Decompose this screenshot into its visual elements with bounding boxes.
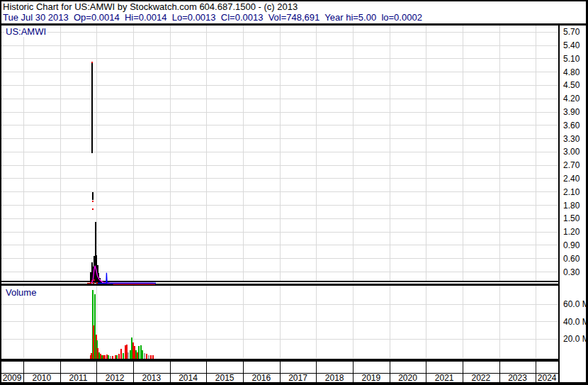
price-axis-label: 3.30: [563, 134, 579, 144]
year-tick-divider: [23, 362, 24, 373]
year-tick-divider: [316, 362, 317, 373]
year-tick-divider: [353, 362, 354, 373]
price-axis-label: 5.40: [563, 40, 579, 50]
price-axis-label: 2.40: [563, 174, 579, 184]
price-axis-label: 0.30: [563, 267, 579, 277]
price-volume-separator-thin: [0, 281, 560, 282]
year-gridline-volume: [206, 286, 207, 358]
year-label: 2022: [463, 374, 499, 382]
volume-bar: [146, 354, 147, 359]
year-gridline-main: [60, 26, 61, 281]
price-axis-label: 3.90: [563, 107, 579, 117]
year-gridline-volume: [463, 286, 463, 358]
price-axis-label: 5.10: [563, 54, 579, 64]
volume-pane-label: Volume: [4, 287, 38, 298]
price-axis-label: 0.90: [563, 240, 579, 250]
year-tick-divider: [536, 362, 536, 373]
plot-right-frame: [558, 23, 560, 385]
volume-bar: [123, 353, 124, 359]
year-tick-divider: [499, 362, 500, 373]
year-gridline-main: [390, 26, 390, 281]
year-label: 2020: [390, 374, 426, 382]
year-label: 2015: [206, 374, 243, 382]
year-tick-divider: [390, 362, 390, 373]
price-axis-label: 4.20: [563, 94, 579, 104]
year-label: 2019: [353, 374, 390, 382]
year-tick-divider: [170, 362, 171, 373]
year-tick-divider: [426, 362, 426, 373]
price-axis-label: 1.50: [563, 213, 579, 223]
year-label: 2021: [426, 374, 463, 382]
top-border: [0, 0, 588, 1]
ohlc-range-bar: [91, 63, 93, 153]
bottom-border: [0, 382, 588, 385]
year-label: 2014: [170, 374, 207, 382]
year-gridline-main: [426, 26, 426, 281]
year-tick-divider: [96, 362, 97, 373]
price-axis-label: 2.10: [563, 187, 579, 197]
price-axis-label: 2.70: [563, 160, 579, 170]
year-label: 2011: [60, 374, 97, 382]
year-tick-divider: [60, 362, 61, 373]
price-axis-label: 0.60: [563, 254, 579, 264]
year-tick-divider: [280, 362, 281, 373]
price-axis-label: 1.20: [563, 227, 579, 237]
volume-axis-label: 40.0 M: [563, 317, 588, 327]
year-tick-divider: [243, 362, 244, 373]
year-label: 2024: [536, 374, 558, 382]
quote-summary-line: Tue Jul 30 2013 Op=0.0014 Hi=0.0014 Lo=0…: [3, 12, 422, 23]
year-label: 2013: [133, 374, 170, 382]
year-gridline-volume: [536, 286, 536, 358]
year-gridline-volume: [316, 286, 317, 358]
year-gridline-volume: [280, 286, 281, 358]
symbol-label: US:AMWI: [4, 26, 47, 37]
year-gridline-main: [96, 26, 97, 281]
year-gridline-main: [133, 26, 134, 281]
price-axis-label: 3.00: [563, 147, 579, 157]
year-tick-divider: [206, 362, 207, 373]
chart-top-frame: [0, 23, 588, 26]
year-gridline-volume: [353, 286, 354, 358]
close-dot: [92, 208, 94, 210]
year-gridline-volume: [60, 286, 61, 358]
year-label: 2018: [316, 374, 353, 382]
price-axis-label: 4.80: [563, 67, 579, 77]
year-label: 2017: [280, 374, 317, 382]
price-axis-label: 1.80: [563, 201, 579, 211]
year-gridline-main: [206, 26, 207, 281]
year-label: 2010: [23, 374, 60, 382]
year-gridline-main: [463, 26, 463, 281]
year-gridline-main: [316, 26, 317, 281]
year-label: 2009: [1, 374, 23, 382]
price-axis-label: 3.60: [563, 121, 579, 130]
ohlc-range-bar: [92, 192, 94, 200]
year-gridline-volume: [426, 286, 426, 358]
year-gridline-main: [499, 26, 500, 281]
close-dot: [92, 201, 94, 202]
stockwatch-historic-chart-window: Historic Chart for US:AMWI by Stockwatch…: [0, 0, 588, 385]
close-dot: [91, 62, 93, 63]
year-gridline-main: [536, 26, 536, 281]
price-volume-separator-thick: [0, 284, 560, 286]
year-gridline-main: [23, 26, 24, 281]
volume-axis-label: 60.0 M: [563, 299, 588, 309]
year-gridline-volume: [390, 286, 390, 358]
year-label: 2016: [243, 374, 280, 382]
year-gridline-main: [243, 26, 244, 281]
year-tick-divider: [133, 362, 134, 373]
year-gridline-main: [280, 26, 281, 281]
volume-bar: [118, 354, 120, 359]
year-gridline-volume: [243, 286, 244, 358]
year-gridline-volume: [170, 286, 171, 358]
year-gridline-main: [353, 26, 354, 281]
left-border: [0, 0, 1, 385]
chart-title: Historic Chart for US:AMWI by Stockwatch…: [3, 1, 298, 12]
year-label: 2012: [96, 374, 133, 382]
year-tick-divider: [463, 362, 463, 373]
price-axis-label: 5.70: [563, 27, 579, 37]
year-label: 2023: [499, 374, 536, 382]
price-axis-label: 4.50: [563, 80, 579, 90]
volume-axis-label: 20.0 M: [563, 334, 588, 344]
year-gridline-main: [170, 26, 171, 281]
year-gridline-volume: [499, 286, 500, 358]
